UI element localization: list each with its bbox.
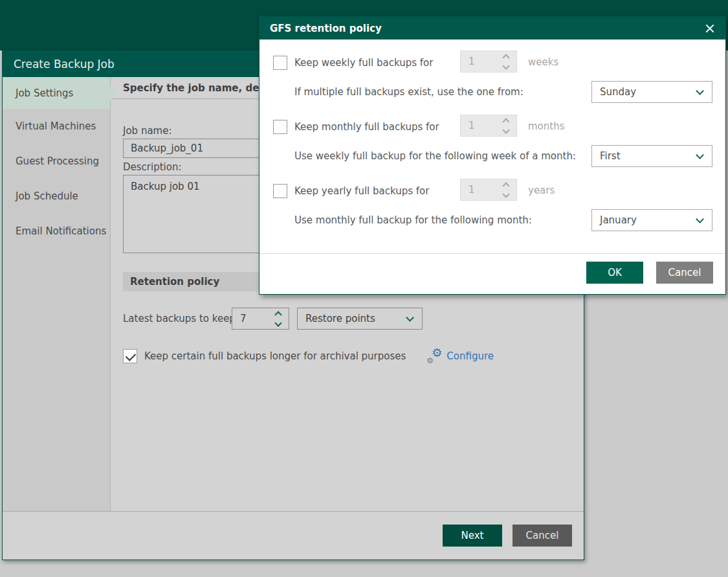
latest-backups-label: Latest backups to keep: <box>123 313 239 324</box>
job-name-label: Job name: <box>123 125 171 137</box>
weekly-select-label: If multiple full backups exist, use the … <box>294 86 524 98</box>
sidebar-item-label: Job Schedule <box>16 190 78 202</box>
monthly-checkbox[interactable] <box>273 120 287 134</box>
window-footer: Next Cancel <box>3 511 584 560</box>
next-button[interactable]: Next <box>443 525 502 547</box>
weekday-value: Sunday <box>600 86 636 98</box>
chevron-down-icon <box>696 87 704 95</box>
yearly-unit: years <box>528 185 555 196</box>
archival-checkbox[interactable] <box>123 349 137 363</box>
latest-backups-row: Latest backups to keep: 7 Restore points <box>111 308 584 330</box>
sidebar-item-label: Guest Processing <box>16 155 99 167</box>
wizard-sidebar: Job Settings Virtual Machines Guest Proc… <box>3 77 111 511</box>
week-of-month-dropdown[interactable]: First <box>591 145 712 167</box>
sidebar-item-label: Job Settings <box>16 87 73 99</box>
monthly-unit: months <box>528 120 565 132</box>
modal-footer-separator <box>259 253 725 254</box>
chevron-down-icon[interactable] <box>502 126 509 133</box>
monthly-select-label: Use weekly full backup for the following… <box>294 150 576 162</box>
close-icon[interactable] <box>705 23 715 34</box>
month-value: January <box>600 214 637 226</box>
sidebar-item-job-schedule[interactable]: Job Schedule <box>3 179 110 214</box>
chevron-down-icon <box>696 151 704 159</box>
sidebar-item-label: Email Notifications <box>16 225 106 237</box>
chevron-up-icon[interactable] <box>502 182 509 189</box>
week-of-month-value: First <box>600 150 621 162</box>
modal-titlebar: GFS retention policy <box>259 17 725 40</box>
chevron-down-icon <box>696 215 704 223</box>
configure-gear-icon: ⚙ ⚙ <box>428 349 442 363</box>
chevron-down-icon[interactable] <box>274 319 281 326</box>
yearly-select-label: Use monthly full backup for the followin… <box>294 214 532 226</box>
weekly-unit: weeks <box>528 56 558 68</box>
retention-unit-dropdown[interactable]: Restore points <box>297 308 423 330</box>
yearly-value: 1 <box>461 184 503 196</box>
sidebar-item-job-settings[interactable]: Job Settings <box>3 77 110 109</box>
spinner-arrows[interactable] <box>276 310 281 328</box>
modal-title: GFS retention policy <box>270 23 382 34</box>
archival-label: Keep certain full backups longer for arc… <box>144 350 406 362</box>
sidebar-item-label: Virtual Machines <box>16 120 96 132</box>
weekly-checkbox[interactable] <box>273 56 287 70</box>
chevron-down-icon[interactable] <box>502 62 509 69</box>
gfs-retention-policy-dialog: GFS retention policy Keep weekly full ba… <box>259 16 726 295</box>
weekly-label: Keep weekly full backups for <box>294 57 433 69</box>
weekday-dropdown[interactable]: Sunday <box>591 81 712 103</box>
configure-link[interactable]: Configure <box>447 350 494 362</box>
archival-row: Keep certain full backups longer for arc… <box>123 348 577 364</box>
window-title: Create Backup Job <box>14 58 115 71</box>
retention-unit-value: Restore points <box>305 313 375 324</box>
chevron-down-icon[interactable] <box>502 190 509 198</box>
chevron-up-icon[interactable] <box>274 311 281 318</box>
chevron-up-icon[interactable] <box>502 54 509 61</box>
sidebar-item-guest-processing[interactable]: Guest Processing <box>3 144 110 179</box>
weekly-spinner[interactable]: 1 <box>460 51 517 73</box>
ok-button[interactable]: OK <box>586 262 643 284</box>
latest-backups-value: 7 <box>232 313 276 324</box>
month-dropdown[interactable]: January <box>591 209 712 231</box>
description-label: Description: <box>123 161 181 173</box>
monthly-spinner[interactable]: 1 <box>460 115 517 137</box>
monthly-label: Keep monthly full backups for <box>294 121 439 133</box>
latest-backups-spinner[interactable]: 7 <box>232 308 289 330</box>
window-cancel-button[interactable]: Cancel <box>513 525 572 547</box>
yearly-label: Keep yearly full backups for <box>294 185 429 197</box>
weekly-value: 1 <box>461 56 503 67</box>
chevron-up-icon[interactable] <box>502 118 509 125</box>
sidebar-item-email-notifications[interactable]: Email Notifications <box>3 214 110 249</box>
modal-cancel-button[interactable]: Cancel <box>656 262 713 284</box>
yearly-spinner[interactable]: 1 <box>460 179 517 201</box>
chevron-down-icon <box>406 313 414 322</box>
monthly-value: 1 <box>461 120 503 131</box>
sidebar-item-virtual-machines[interactable]: Virtual Machines <box>3 109 110 144</box>
yearly-checkbox[interactable] <box>273 184 287 198</box>
